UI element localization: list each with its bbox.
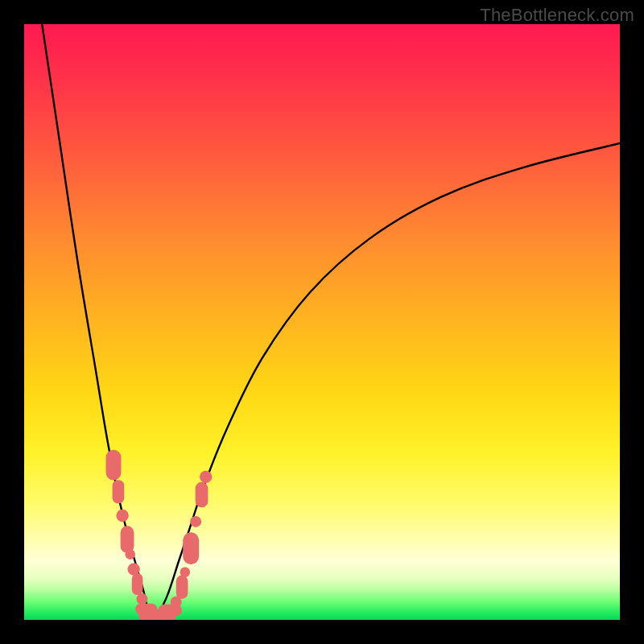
chart-svg xyxy=(24,24,620,620)
curve-right-branch xyxy=(155,143,620,620)
marker-17 xyxy=(196,482,208,508)
marker-0 xyxy=(106,450,122,481)
chart-frame: TheBottleneck.com xyxy=(0,0,644,644)
watermark-text: TheBottleneck.com xyxy=(480,5,634,26)
marker-1 xyxy=(113,480,125,503)
marker-7 xyxy=(137,593,148,605)
curve-left-branch xyxy=(42,24,155,620)
marker-6 xyxy=(132,573,143,595)
data-markers xyxy=(106,450,213,620)
marker-4 xyxy=(125,549,135,559)
marker-16 xyxy=(190,516,201,527)
marker-14 xyxy=(180,568,191,578)
marker-2 xyxy=(116,510,128,522)
marker-15 xyxy=(183,532,199,564)
marker-3 xyxy=(121,526,134,553)
plot-area xyxy=(24,24,620,620)
marker-18 xyxy=(200,471,212,483)
marker-13 xyxy=(176,576,188,599)
